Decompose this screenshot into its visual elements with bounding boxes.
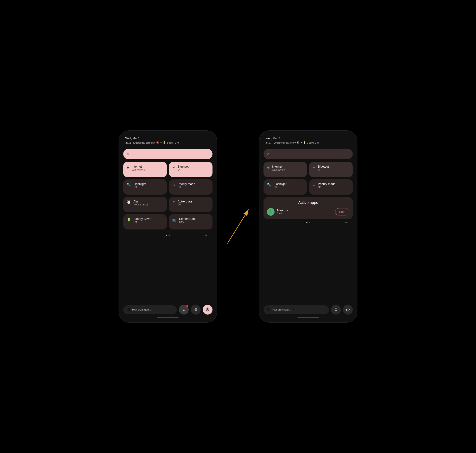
right-flashlight-content: Flashlight Off <box>274 182 286 189</box>
right-flashlight-title: Flashlight <box>274 182 286 186</box>
flashlight-content: Flashlight Off <box>133 182 146 189</box>
app-info: Mercury 3 min <box>277 209 332 215</box>
app-icon: 🌿 <box>267 208 275 216</box>
screencast-tile[interactable]: 📺 Screen Cast Off › <box>169 214 213 229</box>
bluetooth-title: Bluetooth <box>178 165 190 168</box>
internet-content: Internet vadnetwork › <box>132 165 146 171</box>
battery-tile[interactable]: 🔋 Battery Saver Off <box>123 214 167 229</box>
right-priority-content: Priority mode Off <box>318 182 335 189</box>
screencast-icon: 📺 <box>172 218 177 222</box>
right-home-indicator <box>297 317 319 318</box>
right-brightness-slider[interactable]: ☀ <box>263 149 353 159</box>
left-notifications-btn[interactable]: 1 <box>179 305 189 315</box>
stop-button[interactable]: Stop <box>335 208 349 215</box>
left-status-bar: Wed, Mar 2 3:16 Emergency calls only 🔇 ▼… <box>123 137 213 144</box>
left-tiles-row1: ◆ Internet vadnetwork › ✶ Bluetooth On <box>123 162 213 177</box>
right-pagination: ✏ <box>263 222 353 223</box>
left-bottom-bar: ⓘ Your organizati... › 1 ⚙ ⏻ <box>123 301 213 315</box>
screencast-title: Screen Cast <box>179 217 195 220</box>
right-tiles-row2: 🔦 Flashlight Off ⊖ Priority mode Off <box>263 179 353 195</box>
priority-sub: Off <box>178 186 195 189</box>
alarm-tile[interactable]: ⏰ Alarm No alarm set › <box>123 197 167 212</box>
org-chevron: › <box>152 308 154 311</box>
svg-line-1 <box>227 210 249 243</box>
right-org-text: Your organizati... <box>272 308 291 311</box>
app-name: Mercury <box>277 209 332 212</box>
priority-title: Priority mode <box>178 182 195 186</box>
battery-sub: Off <box>133 220 152 224</box>
autorotate-sub: Off <box>178 203 192 206</box>
right-status-bar: Wed, Mar 2 3:17 Emergency calls only 🔇 ▼… <box>263 137 353 144</box>
scene: Wed, Mar 2 3:16 Emergency calls only 🔇 ▼… <box>119 131 357 322</box>
autorotate-tile[interactable]: ⟲ Auto-rotate Off <box>169 197 213 212</box>
right-settings-btn[interactable]: ⚙ <box>331 305 341 315</box>
priority-icon: ⊖ <box>172 183 175 187</box>
right-tiles-row1: ◆ Internet vadnetwork › ✶ Bluetooth On <box>263 162 353 177</box>
right-phone: Wed, Mar 2 3:17 Emergency calls only 🔇 ▼… <box>259 131 357 322</box>
bluetooth-tile[interactable]: ✶ Bluetooth On <box>169 162 213 177</box>
slider-track <box>132 154 209 154</box>
info-icon: ⓘ <box>127 308 130 312</box>
flashlight-tile[interactable]: 🔦 Flashlight Off <box>123 179 167 195</box>
left-settings-btn[interactable]: ⚙ <box>191 305 200 315</box>
flashlight-title: Flashlight <box>133 182 146 186</box>
right-time-line: 3:17 Emergency calls only 🔇 ▼ 🔋 2 days, … <box>266 141 351 144</box>
active-apps-section: Active apps 🌿 Mercury 3 min Stop <box>263 197 353 219</box>
right-internet-content: Internet vadnetwork › <box>272 165 286 171</box>
left-dot-1 <box>166 234 167 236</box>
internet-icon: ◆ <box>127 165 129 169</box>
right-status-info: Emergency calls only 🔇 ▼ 🔋 2 days, 2 hr <box>274 141 319 144</box>
alarm-sub: No alarm set › <box>133 203 149 206</box>
right-bluetooth-icon: ✶ <box>313 165 315 169</box>
right-priority-sub: Off <box>318 186 335 189</box>
right-flashlight-tile[interactable]: 🔦 Flashlight Off <box>263 179 307 195</box>
left-edit-icon[interactable]: ✏ <box>205 233 207 237</box>
left-tiles-row4: 🔋 Battery Saver Off 📺 Screen Cast Off › <box>123 214 213 229</box>
right-settings-icon: ⚙ <box>334 307 338 312</box>
settings-icon: ⚙ <box>194 307 197 312</box>
bluetooth-icon: ✶ <box>172 165 175 169</box>
right-power-btn[interactable]: ⏻ <box>343 305 353 315</box>
right-priority-icon: ⊖ <box>313 183 315 187</box>
internet-sub: vadnetwork › <box>132 168 146 171</box>
right-flashlight-sub: Off <box>274 186 286 189</box>
right-edit-icon[interactable]: ✏ <box>345 221 348 225</box>
right-org-pill[interactable]: ⓘ Your organizati... › <box>263 305 329 314</box>
screencast-content: Screen Cast Off › <box>179 217 195 224</box>
left-dot-2 <box>168 234 170 236</box>
bluetooth-sub: On <box>178 168 190 171</box>
right-bluetooth-tile[interactable]: ✶ Bluetooth On <box>309 162 353 177</box>
priority-content: Priority mode Off <box>178 182 195 189</box>
app-time: 3 min <box>277 212 332 215</box>
internet-tile[interactable]: ◆ Internet vadnetwork › <box>123 162 167 177</box>
notification-badge <box>186 305 188 307</box>
alarm-icon: ⏰ <box>127 200 131 204</box>
right-dot-1 <box>306 222 308 223</box>
alarm-content: Alarm No alarm set › <box>133 200 149 206</box>
arrow-container <box>225 205 251 248</box>
right-bluetooth-title: Bluetooth <box>318 165 331 168</box>
right-priority-tile[interactable]: ⊖ Priority mode Off <box>309 179 353 195</box>
right-internet-tile[interactable]: ◆ Internet vadnetwork › <box>263 162 307 177</box>
left-brightness-slider[interactable]: ☀ <box>123 149 213 159</box>
left-org-pill[interactable]: ⓘ Your organizati... › <box>123 305 177 314</box>
priority-tile[interactable]: ⊖ Priority mode Off <box>169 179 213 195</box>
app-row: 🌿 Mercury 3 min Stop <box>267 208 349 216</box>
alarm-title: Alarm <box>133 200 149 203</box>
screencast-sub: Off › <box>179 220 195 224</box>
right-slider-track <box>272 154 350 154</box>
right-internet-sub: vadnetwork › <box>272 168 286 171</box>
battery-icon: 🔋 <box>127 218 131 222</box>
left-home-indicator <box>157 317 179 318</box>
left-pagination: ✏ <box>123 234 213 236</box>
right-info-icon: ⓘ <box>267 308 270 312</box>
left-date: Wed, Mar 2 <box>125 137 210 140</box>
right-bluetooth-content: Bluetooth On <box>318 165 331 171</box>
right-date: Wed, Mar 2 <box>266 137 351 140</box>
brightness-icon: ☀ <box>126 152 130 156</box>
right-brightness-icon: ☀ <box>267 152 270 156</box>
right-internet-title: Internet <box>272 165 286 168</box>
left-power-btn[interactable]: ⏻ <box>203 305 213 315</box>
autorotate-content: Auto-rotate Off <box>178 200 192 206</box>
battery-title: Battery Saver <box>133 217 152 220</box>
